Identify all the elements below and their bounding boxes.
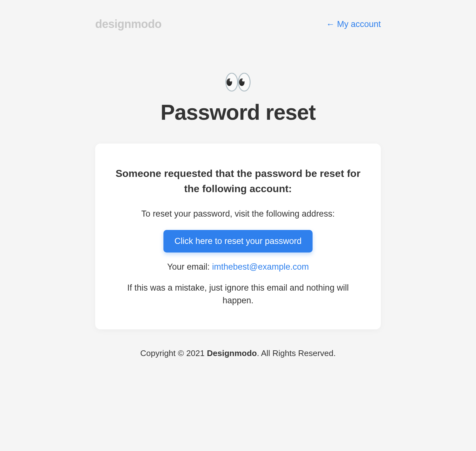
card-heading: Someone requested that the password be r…: [114, 166, 362, 196]
email-link[interactable]: imthebest@example.com: [212, 262, 309, 272]
email-line: Your email: imthebest@example.com: [114, 262, 362, 272]
page-title: Password reset: [95, 100, 381, 125]
email-label: Your email:: [167, 262, 212, 272]
eyes-icon: 👀: [95, 71, 381, 93]
content-card: Someone requested that the password be r…: [95, 144, 381, 329]
header: designmodo ← My account: [95, 0, 381, 40]
logo: designmodo: [95, 17, 162, 31]
footer: Copyright © 2021 Designmodo. All Rights …: [95, 329, 381, 377]
mistake-note: If this was a mistake, just ignore this …: [114, 281, 362, 307]
copyright-prefix: Copyright © 2021: [140, 348, 207, 358]
my-account-link[interactable]: ← My account: [326, 19, 381, 29]
copyright-suffix: . All Rights Reserved.: [257, 348, 336, 358]
instruction-text: To reset your password, visit the follow…: [114, 207, 362, 220]
footer-brand: Designmodo: [207, 348, 257, 358]
hero-section: 👀 Password reset: [95, 40, 381, 144]
reset-password-button[interactable]: Click here to reset your password: [163, 230, 313, 252]
